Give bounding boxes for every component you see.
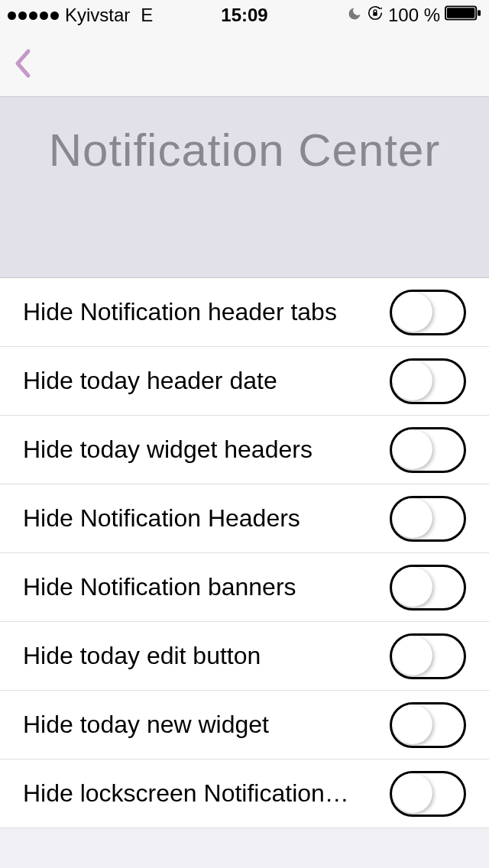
battery-icon — [445, 5, 481, 26]
row-hide-lockscreen-notification: Hide lockscreen Notification… — [0, 760, 489, 828]
carrier-label: Kyivstar — [65, 5, 130, 26]
row-hide-notification-banners: Hide Notification banners — [0, 553, 489, 622]
toggle-hide-lockscreen-notification[interactable] — [390, 771, 466, 817]
settings-list: Hide Notification header tabs Hide today… — [0, 278, 489, 828]
toggle-hide-notification-banners[interactable] — [390, 565, 466, 611]
status-right: 100 % — [347, 5, 481, 26]
row-label: Hide Notification Headers — [23, 504, 300, 533]
row-hide-today-edit-button: Hide today edit button — [0, 622, 489, 691]
toggle-knob — [393, 429, 432, 469]
clock-time: 15:09 — [221, 5, 267, 26]
battery-percentage-label: 100 % — [388, 5, 440, 26]
toggle-hide-today-widget-headers[interactable] — [390, 427, 466, 473]
row-label: Hide today widget headers — [23, 436, 313, 464]
do-not-disturb-icon — [347, 5, 362, 26]
page-title: Notification Center — [0, 124, 489, 177]
toggle-hide-today-header-date[interactable] — [390, 358, 466, 404]
toggle-knob — [393, 636, 432, 675]
status-left: Kyivstar E — [8, 5, 153, 26]
toggle-hide-today-edit-button[interactable] — [390, 633, 466, 679]
row-hide-today-new-widget: Hide today new widget — [0, 691, 489, 760]
toggle-knob — [393, 361, 432, 400]
svg-rect-4 — [478, 10, 481, 16]
row-label: Hide today new widget — [23, 711, 269, 739]
toggle-knob — [393, 498, 432, 538]
status-bar: Kyivstar E 15:09 100 % — [0, 0, 489, 31]
rotation-lock-icon — [367, 5, 384, 26]
toggle-knob — [393, 567, 432, 607]
toggle-hide-notification-headers[interactable] — [390, 496, 466, 542]
toggle-knob — [393, 704, 432, 744]
row-hide-notification-header-tabs: Hide Notification header tabs — [0, 278, 489, 347]
row-hide-today-widget-headers: Hide today widget headers — [0, 416, 489, 484]
toggle-hide-notification-header-tabs[interactable] — [390, 290, 466, 335]
row-label: Hide today header date — [23, 367, 277, 395]
chevron-left-icon — [15, 48, 31, 79]
svg-rect-1 — [373, 12, 377, 16]
toggle-knob — [393, 773, 432, 813]
signal-strength-icon — [8, 11, 59, 20]
page-header: Notification Center — [0, 97, 489, 278]
row-hide-today-header-date: Hide today header date — [0, 347, 489, 416]
row-label: Hide Notification header tabs — [23, 298, 337, 326]
network-type-label: E — [141, 5, 153, 26]
toggle-knob — [393, 292, 432, 332]
back-button[interactable] — [12, 47, 34, 80]
toggle-hide-today-new-widget[interactable] — [390, 702, 466, 748]
row-hide-notification-headers: Hide Notification Headers — [0, 484, 489, 553]
row-label: Hide lockscreen Notification… — [23, 779, 349, 808]
row-label: Hide today edit button — [23, 642, 261, 670]
row-label: Hide Notification banners — [23, 573, 296, 601]
svg-rect-3 — [447, 8, 474, 18]
nav-bar — [0, 31, 489, 97]
